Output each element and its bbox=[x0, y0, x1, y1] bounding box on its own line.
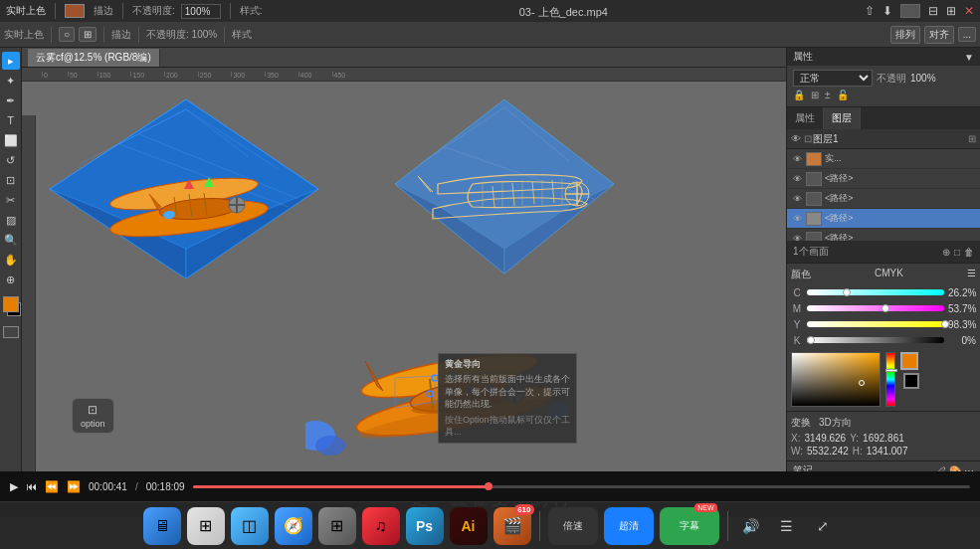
tool-btn-2[interactable]: ⊞ bbox=[79, 27, 97, 42]
tab-properties[interactable]: 属性 bbox=[787, 107, 824, 129]
dock-app-orange[interactable]: 🎬 610 bbox=[493, 507, 531, 545]
layer-link-icon[interactable]: ⊞ bbox=[968, 133, 976, 144]
next-button[interactable]: ⏩ bbox=[67, 480, 81, 493]
color-options-icon[interactable]: ☰ bbox=[967, 268, 976, 281]
scale-tool[interactable]: ⊡ bbox=[2, 171, 20, 189]
lock-icon-1[interactable]: 🔒 bbox=[793, 90, 805, 100]
cmyk-K-slider[interactable] bbox=[807, 337, 944, 343]
cmyk-K-thumb[interactable] bbox=[807, 336, 815, 344]
layer-eye[interactable]: 👁 bbox=[791, 213, 803, 225]
toolbar: 实时上色 ○ ⊞ 描边 不透明度: 100% 样式 排列 对齐 ... bbox=[0, 22, 980, 48]
layer-row[interactable]: 👁 <路径> bbox=[787, 189, 980, 209]
hue-cursor[interactable] bbox=[885, 369, 897, 372]
selection-tool[interactable]: ▸ bbox=[2, 52, 20, 70]
tool-btn-1[interactable]: ○ bbox=[59, 27, 75, 42]
blend-mode-select[interactable]: 正常 bbox=[793, 70, 873, 87]
layer-eye[interactable]: 👁 bbox=[791, 233, 803, 242]
layer-row[interactable]: 👁 <路径> bbox=[787, 229, 980, 241]
h-value[interactable]: 1341.007 bbox=[867, 446, 908, 457]
layer-row[interactable]: 👁 <路径> bbox=[787, 169, 980, 189]
hue-slider[interactable] bbox=[885, 352, 895, 407]
gradient-cursor[interactable] bbox=[859, 380, 865, 386]
layer-eye[interactable]: 👁 bbox=[791, 193, 803, 205]
option-button[interactable]: ⊡ option bbox=[72, 398, 114, 434]
x-value[interactable]: 3149.626 bbox=[804, 433, 846, 444]
layer-eye[interactable]: 👁 bbox=[791, 173, 803, 185]
layer-group-name: 图层1 bbox=[813, 132, 965, 146]
lock-icon-3[interactable]: ± bbox=[825, 90, 831, 100]
dock-app-grid[interactable]: ⊞ bbox=[318, 507, 356, 545]
share-icon[interactable]: ⇧ bbox=[865, 4, 875, 18]
lock-icon-4[interactable]: 🔓 bbox=[837, 90, 849, 100]
cmyk-C-val: 26.2% bbox=[948, 287, 976, 298]
w-value[interactable]: 5532.242 bbox=[807, 446, 849, 457]
type-tool[interactable]: T bbox=[2, 111, 20, 129]
tab-layers[interactable]: 图层 bbox=[824, 107, 861, 129]
dock-fullscreen[interactable]: ⤢ bbox=[808, 507, 838, 545]
maximize-icon[interactable]: ⊞ bbox=[946, 4, 956, 18]
group-layer-icon[interactable]: □ bbox=[954, 247, 960, 258]
cmyk-Y-slider[interactable] bbox=[807, 321, 944, 327]
more-btn[interactable]: ... bbox=[958, 27, 976, 42]
play-button[interactable]: ▶ bbox=[10, 480, 18, 493]
dock-photoshop[interactable]: Ps bbox=[406, 507, 444, 545]
dock-speed[interactable]: 倍速 bbox=[548, 507, 598, 545]
fg-swatch[interactable] bbox=[900, 352, 918, 370]
hand-tool[interactable]: ✋ bbox=[2, 251, 20, 269]
dock-safari[interactable]: 🧭 bbox=[275, 507, 312, 545]
dock-music[interactable]: ♫ bbox=[362, 507, 400, 545]
subtitle-label: 字幕 bbox=[678, 517, 701, 535]
dock-launchpad[interactable]: ⊞ bbox=[187, 507, 225, 545]
rotate-tool[interactable]: ↺ bbox=[2, 151, 20, 169]
app-menu[interactable]: 实时上色 bbox=[6, 4, 46, 18]
shape-tool[interactable]: ⬜ bbox=[2, 131, 20, 149]
lock-icon-2[interactable]: ⊞ bbox=[811, 90, 819, 100]
launchpad-icon: ⊞ bbox=[199, 516, 212, 535]
blend-mode-label: 不透明度: bbox=[132, 4, 175, 18]
dock-list[interactable]: ☰ bbox=[772, 507, 802, 545]
scissors-tool[interactable]: ✂ bbox=[2, 191, 20, 209]
dock-subtitle[interactable]: 字幕 NEW bbox=[660, 507, 719, 545]
layer-name: <路径> bbox=[825, 192, 976, 205]
dock-volume[interactable]: 🔊 bbox=[736, 507, 766, 545]
align-btn[interactable]: 对齐 bbox=[924, 26, 954, 44]
delete-layer-icon[interactable]: 🗑 bbox=[964, 247, 974, 258]
color-gradient-box[interactable] bbox=[791, 352, 881, 407]
layer-eye[interactable]: 👁 bbox=[791, 153, 803, 165]
dock-mission-control[interactable]: ◫ bbox=[231, 507, 269, 545]
layer-row[interactable]: 👁 <路径> bbox=[787, 209, 980, 229]
properties-expand[interactable]: ▼ bbox=[964, 52, 974, 63]
eyedropper-tool[interactable]: 🔍 bbox=[2, 231, 20, 249]
add-layer-icon[interactable]: ⊕ bbox=[942, 247, 950, 258]
color-swatch-tool[interactable] bbox=[65, 4, 85, 18]
bg-swatch[interactable] bbox=[903, 373, 919, 389]
back-button[interactable]: ⏪ bbox=[45, 480, 59, 493]
foreground-color[interactable] bbox=[3, 296, 19, 312]
normal-view[interactable] bbox=[3, 326, 19, 338]
zoom-tool[interactable]: ⊕ bbox=[2, 271, 20, 288]
dock-finder[interactable]: 🖥 bbox=[143, 507, 181, 545]
layer-row[interactable]: 👁 实... bbox=[787, 149, 980, 169]
direct-select-tool[interactable]: ✦ bbox=[2, 72, 20, 90]
properties-header[interactable]: 属性 ▼ bbox=[787, 48, 980, 66]
minimize-icon[interactable]: ⊟ bbox=[928, 4, 938, 18]
opacity-value[interactable]: 100% bbox=[181, 4, 221, 19]
dock-illustrator[interactable]: Ai bbox=[450, 507, 488, 545]
eye-icon-group[interactable]: 👁 bbox=[791, 133, 801, 144]
download-icon[interactable]: ⬇ bbox=[882, 4, 892, 18]
dock-hd[interactable]: 超清 bbox=[604, 507, 654, 545]
progress-bar[interactable] bbox=[193, 485, 970, 488]
cmyk-M-thumb[interactable] bbox=[882, 304, 889, 312]
prev-button[interactable]: ⏮ bbox=[26, 480, 37, 492]
cmyk-C-thumb[interactable] bbox=[843, 288, 851, 296]
close-icon[interactable]: ✕ bbox=[964, 4, 974, 18]
cmyk-C-row: C 26.2% bbox=[791, 284, 976, 300]
gradient-tool[interactable]: ▨ bbox=[2, 211, 20, 229]
canvas-tab[interactable]: 云雾cf@12.5% (RGB/8编) bbox=[28, 49, 160, 67]
cmyk-M-slider[interactable] bbox=[807, 305, 944, 311]
y-value[interactable]: 1692.861 bbox=[863, 433, 904, 444]
cmyk-C-slider[interactable] bbox=[807, 289, 944, 295]
pen-tool[interactable]: ✒ bbox=[2, 92, 20, 109]
ruler-vertical bbox=[22, 115, 36, 479]
arrange-btn[interactable]: 排列 bbox=[890, 26, 920, 44]
